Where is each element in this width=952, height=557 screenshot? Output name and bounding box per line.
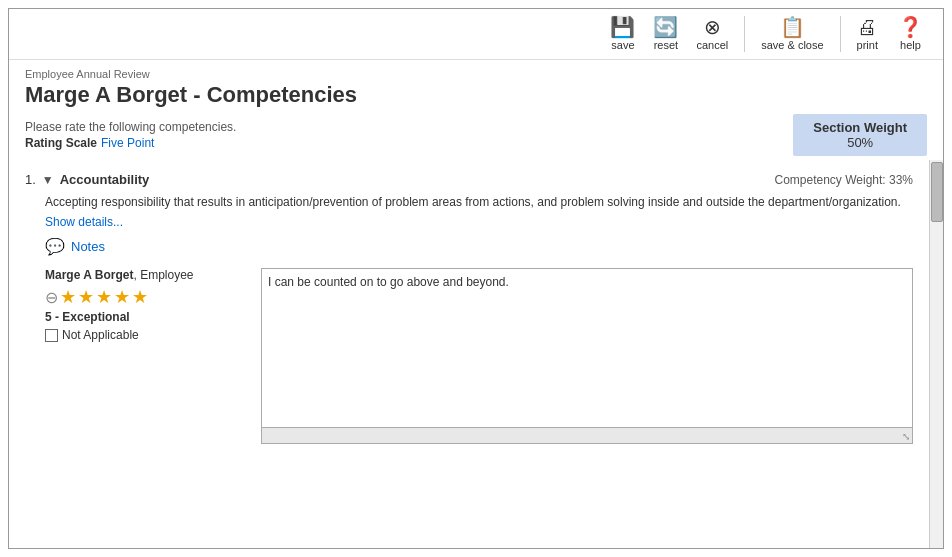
save-button[interactable]: 💾 save (602, 15, 643, 53)
textarea-footer: ⤡ (261, 428, 913, 444)
competency-header: 1. ▼ Accountability Competency Weight: 3… (25, 172, 913, 187)
help-label: help (900, 39, 921, 51)
comment-area: I can be counted on to go above and beyo… (261, 268, 913, 444)
rating-row: Marge A Borget, Employee ⊖ ★ ★ ★ ★ ★ 5 -… (45, 268, 913, 444)
help-icon: ❓ (898, 17, 923, 37)
toolbar-left-group: 💾 save 🔄 reset ⊗ cancel (602, 15, 736, 53)
section-weight-value: 50% (813, 135, 907, 150)
rating-scale-row: Please rate the following competencies. … (25, 114, 927, 156)
star-1[interactable]: ★ (60, 286, 76, 308)
star-2[interactable]: ★ (78, 286, 94, 308)
cancel-button[interactable]: ⊗ cancel (688, 15, 736, 53)
star-3[interactable]: ★ (96, 286, 112, 308)
notes-link[interactable]: Notes (71, 239, 105, 254)
cancel-icon: ⊗ (704, 17, 721, 37)
rater-name-strong: Marge A Borget (45, 268, 133, 282)
rater-section: Marge A Borget, Employee ⊖ ★ ★ ★ ★ ★ 5 -… (45, 268, 245, 444)
not-applicable-checkbox[interactable] (45, 329, 58, 342)
notes-icon: 💬 (45, 237, 65, 256)
save-close-icon: 📋 (780, 17, 805, 37)
star-5[interactable]: ★ (132, 286, 148, 308)
competency-number: 1. (25, 172, 36, 187)
reset-icon: 🔄 (653, 17, 678, 37)
competency-item: 1. ▼ Accountability Competency Weight: 3… (25, 172, 913, 444)
section-weight-label: Section Weight (813, 120, 907, 135)
collapse-arrow-icon[interactable]: ▼ (42, 173, 54, 187)
scrollbar-track[interactable] (929, 160, 943, 548)
stars-row: ⊖ ★ ★ ★ ★ ★ (45, 286, 245, 308)
not-applicable-row: Not Applicable (45, 328, 245, 342)
scrollbar-thumb[interactable] (931, 162, 943, 222)
competency-number-title: 1. ▼ Accountability (25, 172, 149, 187)
toolbar-divider-1 (744, 16, 745, 52)
competency-description: Accepting responsibility that results in… (45, 193, 913, 211)
section-weight-box: Section Weight 50% (793, 114, 927, 156)
content-area: 1. ▼ Accountability Competency Weight: 3… (9, 160, 943, 548)
reset-button[interactable]: 🔄 reset (645, 15, 686, 53)
show-details-link[interactable]: Show details... (45, 215, 913, 229)
cancel-label: cancel (696, 39, 728, 51)
competency-title: Accountability (60, 172, 150, 187)
header-section: Employee Annual Review Marge A Borget - … (9, 60, 943, 160)
comment-textarea[interactable]: I can be counted on to go above and beyo… (261, 268, 913, 428)
main-content: 1. ▼ Accountability Competency Weight: 3… (9, 160, 929, 548)
print-icon: 🖨 (857, 17, 877, 37)
notes-row: 💬 Notes (45, 237, 913, 256)
rating-label: 5 - Exceptional (45, 310, 245, 324)
star-minus-icon[interactable]: ⊖ (45, 288, 58, 307)
breadcrumb: Employee Annual Review (25, 68, 927, 80)
subtitle: Please rate the following competencies. (25, 120, 236, 134)
toolbar: 💾 save 🔄 reset ⊗ cancel 📋 save & close 🖨… (9, 9, 943, 60)
rating-scale-link[interactable]: Five Point (101, 136, 154, 150)
save-close-button[interactable]: 📋 save & close (753, 15, 831, 53)
toolbar-divider-2 (840, 16, 841, 52)
page-title: Marge A Borget - Competencies (25, 82, 927, 108)
not-applicable-label: Not Applicable (62, 328, 139, 342)
help-button[interactable]: ❓ help (890, 15, 931, 53)
print-button[interactable]: 🖨 print (849, 15, 886, 53)
save-close-label: save & close (761, 39, 823, 51)
resize-handle-icon[interactable]: ⤡ (902, 431, 910, 442)
rating-scale-label: Rating Scale (25, 136, 97, 150)
print-label: print (857, 39, 878, 51)
save-label: save (611, 39, 634, 51)
rater-name: Marge A Borget, Employee (45, 268, 245, 282)
save-icon: 💾 (610, 17, 635, 37)
star-4[interactable]: ★ (114, 286, 130, 308)
competency-weight: Competency Weight: 33% (774, 173, 913, 187)
reset-label: reset (654, 39, 678, 51)
subtitle-rating-block: Please rate the following competencies. … (25, 120, 236, 150)
rater-role: Employee (140, 268, 193, 282)
